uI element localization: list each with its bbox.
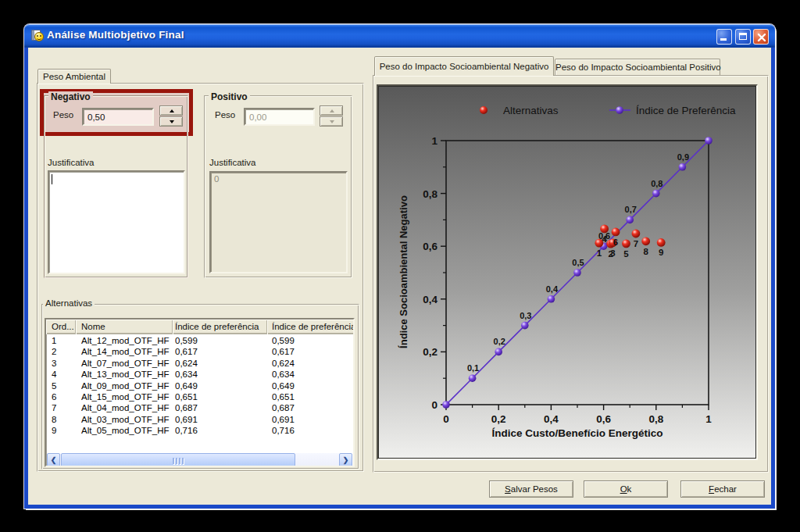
purple-sphere-marker <box>626 216 634 224</box>
red-sphere-marker <box>622 239 630 248</box>
y-tick-label: 0,2 <box>423 346 438 358</box>
scatter-point-label: 1 <box>597 248 602 258</box>
titlebar: Análise Multiobjetivo Final <box>24 24 775 48</box>
positivo-peso-input[interactable]: 0,00 <box>244 108 315 126</box>
x-tick-label: 0,6 <box>596 413 611 425</box>
red-sphere-marker <box>641 237 650 245</box>
line-point-label: 0,8 <box>651 179 662 188</box>
positivo-group-label: Positivo <box>209 91 250 102</box>
line-point-label: 0,3 <box>520 311 531 320</box>
tab-peso-ambiental[interactable]: Peso Ambiental <box>38 69 111 84</box>
scatter-point-label: 7 <box>634 239 638 248</box>
y-tick-label: 0,6 <box>423 241 438 252</box>
negativo-peso-input[interactable]: 0,50 <box>82 108 154 126</box>
red-sphere-marker <box>632 230 641 238</box>
salvar-pesos-button[interactable]: Salvar Pesos <box>489 480 573 498</box>
x-axis-title: Índice Custo/Benefício Energético <box>491 427 662 439</box>
positivo-peso-label: Peso <box>215 110 235 120</box>
app-icon <box>31 30 44 42</box>
x-tick-label: 0 <box>443 413 449 425</box>
line-point-label: 0,5 <box>572 258 584 267</box>
x-tick-label: 0,2 <box>491 413 506 425</box>
down-arrow-icon <box>170 120 174 123</box>
x-tick-label: 1 <box>705 413 712 425</box>
window-title: Análise Multiobjetivo Final <box>47 29 184 41</box>
line-point-label: 0,9 <box>677 152 689 162</box>
purple-sphere-marker <box>442 401 450 409</box>
smiley-icon <box>34 32 44 41</box>
close-button[interactable] <box>753 29 769 45</box>
line-point-label: 0,7 <box>625 205 637 214</box>
minimize-icon <box>720 38 727 41</box>
legend-red-marker <box>480 106 488 114</box>
close-icon <box>754 30 770 46</box>
red-sphere-marker <box>600 224 609 233</box>
y-tick-label: 0,8 <box>423 188 438 200</box>
scatter-point-label: 8 <box>643 247 648 256</box>
scatter-point-label: 5 <box>623 249 629 259</box>
purple-sphere-marker <box>548 295 555 303</box>
y-tick-label: 0 <box>431 399 438 411</box>
y-tick-label: 1 <box>431 135 438 147</box>
app-window: Análise Multiobjetivo Final Peso Ambient… <box>24 24 775 509</box>
legend-purple-marker <box>616 106 623 114</box>
y-axis-title: Índice Socioambiental Negativo <box>398 195 409 348</box>
screen: Análise Multiobjetivo Final Peso Ambient… <box>0 0 800 532</box>
red-sphere-marker <box>612 228 620 237</box>
chart-panel: 000,20,20,40,40,60,60,80,811Índice Custo… <box>377 84 758 460</box>
alternativas-group-label: Alternativas <box>43 298 95 308</box>
purple-sphere-marker <box>469 374 477 382</box>
scatter-point-label: 6 <box>613 237 618 247</box>
purple-sphere-marker <box>679 163 687 171</box>
negativo-justificativa-label: Justificativa <box>48 158 94 167</box>
positivo-spin-up-button[interactable] <box>320 105 343 116</box>
purple-sphere-marker <box>652 190 660 198</box>
minimize-button[interactable] <box>716 29 732 45</box>
purple-sphere-marker <box>573 269 581 277</box>
line-point-label: 0,4 <box>546 284 559 294</box>
tab-peso-impacto-positivo[interactable]: Peso do Impacto Socioambiental Positivo <box>555 59 720 75</box>
legend-preferencia-label: Índice de Preferência <box>636 105 736 116</box>
negativo-spin-up-button[interactable] <box>159 105 183 116</box>
scatter-point-label: 4 <box>602 234 607 244</box>
ok-button[interactable]: Ok <box>584 480 668 498</box>
maximize-icon <box>739 33 747 40</box>
negativo-spin-down-button[interactable] <box>159 116 183 127</box>
down-arrow-icon <box>330 120 334 123</box>
negativo-group-label: Negativo <box>48 91 93 102</box>
fechar-button[interactable]: Fechar <box>680 480 765 498</box>
purple-sphere-marker <box>705 137 712 145</box>
x-tick-label: 0,8 <box>648 413 663 425</box>
tab-peso-impacto-negativo[interactable]: Peso do Impacto Socioambiental Negativo <box>374 56 554 76</box>
purple-sphere-marker <box>495 348 502 356</box>
scatter-point-label: 3 <box>610 248 615 258</box>
negativo-peso-label: Peso <box>53 110 73 120</box>
up-arrow-icon <box>330 109 334 112</box>
line-point-label: 0,1 <box>467 363 479 373</box>
legend-alternativas-label: Alternativas <box>503 105 559 116</box>
alternativas-groupbox <box>41 304 359 470</box>
positivo-peso-spinner <box>320 105 343 127</box>
scatter-chart: 000,20,20,40,40,60,60,80,811Índice Custo… <box>378 86 756 459</box>
maximize-button[interactable] <box>735 29 751 45</box>
scatter-point-label: 9 <box>659 248 663 257</box>
y-tick-label: 0,4 <box>423 294 438 305</box>
negativo-peso-spinner <box>159 105 183 127</box>
up-arrow-icon <box>170 109 174 112</box>
purple-sphere-marker <box>521 322 529 330</box>
red-sphere-marker <box>657 238 666 247</box>
line-point-label: 0,2 <box>494 337 505 346</box>
positivo-justificativa-label: Justificativa <box>209 158 255 167</box>
positivo-spin-down-button[interactable] <box>320 116 343 127</box>
x-tick-label: 0,4 <box>544 413 559 425</box>
